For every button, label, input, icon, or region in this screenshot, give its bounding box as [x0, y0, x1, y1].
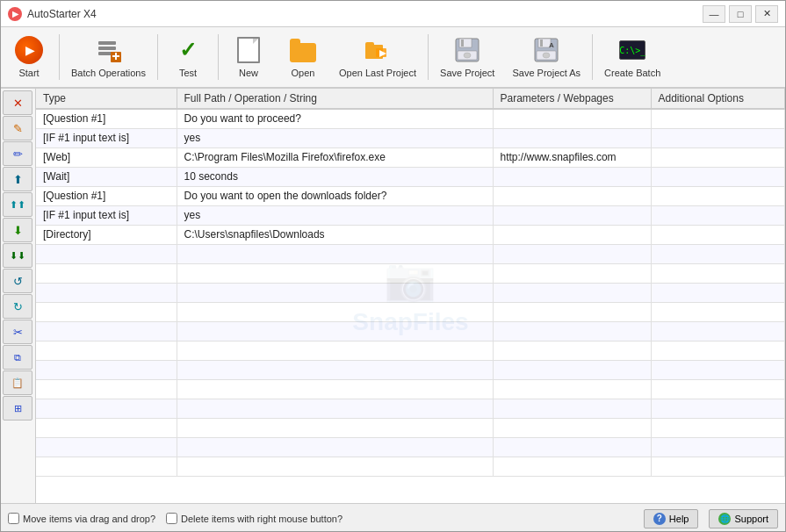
separator-3 [218, 34, 219, 80]
batch-operations-button[interactable]: Batch Operations [63, 31, 154, 83]
table-row[interactable]: [Wait] 10 seconds [36, 167, 785, 186]
paste-button[interactable]: 📋 [3, 370, 32, 395]
empty-row [36, 379, 785, 399]
separator-5 [592, 34, 593, 80]
svg-point-19 [543, 53, 550, 58]
empty-row [36, 457, 785, 476]
empty-row [36, 263, 785, 283]
table-row[interactable]: [Question #1] Do you want to open the do… [36, 186, 785, 205]
undo-button[interactable]: ↺ [3, 269, 32, 293]
delete-button[interactable]: ✕ [3, 90, 32, 115]
data-table: Type Full Path / Operation / String Para… [36, 89, 785, 477]
cell-operation: C:\Program Files\Mozilla Firefox\firefox… [177, 147, 493, 167]
start-button[interactable]: Start [3, 31, 55, 83]
titlebar: ▶ AutoStarter X4 — □ ✕ [1, 1, 785, 27]
window-title: AutoStarter X4 [27, 8, 703, 20]
test-button[interactable]: ✓ Test [162, 31, 214, 83]
new-icon [234, 36, 263, 64]
right-click-checkbox[interactable] [166, 513, 177, 524]
maximize-button[interactable]: □ [729, 5, 752, 23]
cell-params: http://www.snapfiles.com [493, 147, 651, 167]
main-area: ✕ ✎ ✏ ⬆ ⬆⬆ ⬇ ⬇⬇ ↺ ↻ ✂ ⧉ 📋 ⊞ Type Full Pa… [1, 89, 785, 503]
window-controls: — □ ✕ [703, 5, 778, 23]
move-down-button[interactable]: ⬇ [3, 218, 32, 242]
cell-type: [Question #1] [36, 109, 177, 128]
table-row[interactable]: [Web] C:\Program Files\Mozilla Firefox\f… [36, 147, 785, 167]
right-click-label: Delete items with right mouse button? [181, 514, 343, 524]
new-button[interactable]: New [222, 31, 275, 83]
right-click-check[interactable]: Delete items with right mouse button? [166, 513, 343, 524]
cell-type: [Web] [36, 147, 177, 167]
col-options: Additional Options [651, 89, 785, 109]
save-as-button[interactable]: A Save Project As [504, 31, 588, 83]
col-type: Type [36, 89, 177, 109]
cell-operation: Do you want to proceed? [177, 109, 493, 128]
start-icon [15, 36, 43, 64]
redo-button[interactable]: ↻ [3, 294, 32, 319]
close-button[interactable]: ✕ [755, 5, 778, 23]
test-icon: ✓ [174, 36, 202, 64]
table-row[interactable]: [Question #1] Do you want to proceed? [36, 109, 785, 128]
cell-options [651, 167, 785, 186]
empty-row [36, 244, 785, 263]
help-icon: ? [653, 513, 666, 525]
cell-options [651, 147, 785, 167]
table-row[interactable]: [IF #1 input text is] yes [36, 205, 785, 225]
app-icon: ▶ [8, 7, 22, 21]
cell-options [651, 186, 785, 205]
empty-row [36, 302, 785, 321]
cell-type: [IF #1 input text is] [36, 128, 177, 147]
create-batch-button[interactable]: C:\>_ Create Batch [596, 31, 668, 83]
table-row[interactable]: [IF #1 input text is] yes [36, 128, 785, 147]
empty-row [36, 360, 785, 379]
minimize-button[interactable]: — [703, 5, 725, 23]
open-button[interactable]: Open [277, 31, 329, 83]
separator-2 [157, 34, 158, 80]
table-row[interactable]: [Directory] C:\Users\snapfiles\Downloads [36, 225, 785, 244]
cell-options [651, 225, 785, 244]
open-label: Open [292, 68, 315, 78]
save-icon [453, 36, 481, 64]
statusbar: Move items via drag and drop? Delete ite… [1, 503, 785, 532]
empty-row [36, 341, 785, 360]
support-label: Support [734, 514, 768, 524]
save-button[interactable]: Save Project [432, 31, 502, 83]
data-table-container: Type Full Path / Operation / String Para… [36, 89, 785, 503]
add-button[interactable]: ✏ [3, 141, 32, 166]
svg-rect-1 [98, 47, 116, 50]
start-label: Start [18, 68, 39, 78]
cut-button[interactable]: ✂ [3, 320, 32, 344]
cell-type: [IF #1 input text is] [36, 205, 177, 225]
svg-rect-7 [365, 42, 374, 47]
cell-options [651, 128, 785, 147]
separator-4 [428, 34, 429, 80]
create-batch-label: Create Batch [604, 68, 660, 78]
copy-button[interactable]: ⧉ [3, 345, 32, 370]
open-icon [289, 36, 317, 64]
support-button[interactable]: 🌐 Support [709, 509, 778, 528]
drag-drop-checkbox[interactable] [8, 513, 19, 524]
create-batch-icon: C:\>_ [618, 36, 646, 64]
svg-rect-0 [98, 41, 116, 45]
cell-operation: yes [177, 128, 493, 147]
drag-drop-check[interactable]: Move items via drag and drop? [8, 513, 155, 524]
multi-button[interactable]: ⊞ [3, 396, 32, 421]
svg-rect-5 [115, 53, 117, 60]
cell-params [493, 186, 651, 205]
new-label: New [239, 68, 258, 78]
open-last-button[interactable]: Open Last Project [331, 31, 424, 83]
cell-operation: 10 seconds [177, 167, 493, 186]
cell-params [493, 225, 651, 244]
svg-rect-12 [461, 40, 464, 47]
cell-params [493, 128, 651, 147]
drag-drop-label: Move items via drag and drop? [23, 514, 155, 524]
save-as-icon: A [532, 36, 560, 64]
cell-operation: Do you want to open the downloads folder… [177, 186, 493, 205]
move-top-button[interactable]: ⬆⬆ [3, 192, 32, 217]
move-bottom-button[interactable]: ⬇⬇ [3, 243, 32, 268]
help-button[interactable]: ? Help [644, 509, 699, 528]
svg-text:A: A [549, 41, 554, 49]
move-up-button[interactable]: ⬆ [3, 167, 32, 191]
edit-button[interactable]: ✎ [3, 116, 32, 140]
col-operation: Full Path / Operation / String [177, 89, 493, 109]
